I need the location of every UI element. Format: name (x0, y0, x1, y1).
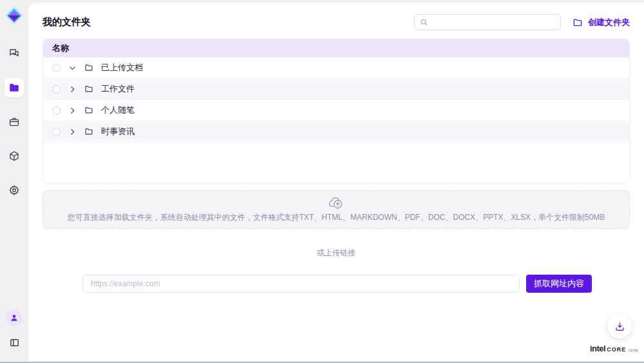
sidebar-item-chat[interactable] (5, 44, 24, 63)
chat-icon (8, 48, 20, 59)
briefcase-icon (8, 116, 20, 128)
collapse-sidebar-button[interactable] (5, 333, 24, 352)
sidebar-item-workspace[interactable] (5, 112, 24, 132)
download-fab-button[interactable] (607, 314, 632, 338)
or-upload-link-label: 或上传链接 (43, 248, 630, 259)
cube-icon (8, 150, 20, 162)
folder-name: 时事资讯 (101, 126, 135, 137)
chevron-right-icon[interactable] (68, 85, 77, 93)
gear-icon (8, 184, 20, 196)
chevron-right-icon[interactable] (68, 106, 77, 115)
main-content: 我的文件夹 创建文件夹 名称 (28, 3, 644, 361)
fetch-url-button[interactable]: 抓取网址内容 (526, 275, 592, 293)
upload-hint-text: 您可直接选择加载文件夹，系统自动处理其中的文件，文件格式支持TXT、HTML、M… (68, 212, 605, 223)
folder-row[interactable]: 个人随笔 (43, 100, 629, 121)
folder-icon (84, 106, 93, 115)
intel-core-logo: intel core ultra (590, 344, 639, 353)
create-folder-button[interactable]: 创建文件夹 (573, 17, 630, 28)
row-checkbox[interactable] (52, 85, 61, 93)
sidebar-item-settings[interactable] (5, 181, 24, 200)
download-icon (614, 321, 625, 332)
folder-filled-icon (8, 82, 20, 93)
sidebar (0, 0, 28, 361)
sidebar-item-folders[interactable] (5, 78, 24, 97)
folder-row[interactable]: 工作文件 (43, 79, 629, 100)
table-header-name: 名称 (43, 39, 629, 57)
app-logo-icon[interactable] (4, 5, 24, 26)
folder-icon (84, 127, 93, 136)
cloud-upload-icon (328, 196, 344, 210)
row-checkbox[interactable] (52, 128, 61, 136)
folder-icon (84, 63, 93, 72)
user-avatar[interactable] (6, 309, 23, 326)
panel-layout-icon (9, 337, 20, 348)
upload-dropzone[interactable]: 您可直接选择加载文件夹，系统自动处理其中的文件，文件格式支持TXT、HTML、M… (43, 190, 630, 229)
search-icon (420, 18, 428, 26)
search-input[interactable] (432, 18, 555, 27)
chevron-right-icon[interactable] (68, 128, 77, 136)
folder-outline-icon (573, 17, 583, 28)
folders-table: 名称 已上传文档 工作文件 (43, 39, 630, 184)
folder-name: 工作文件 (101, 83, 135, 95)
folder-row[interactable]: 已上传文档 (43, 57, 629, 79)
folder-name: 已上传文档 (101, 62, 143, 74)
person-icon (10, 313, 19, 322)
intel-badge: ultra (628, 348, 639, 353)
url-upload-row: 抓取网址内容 (82, 275, 592, 293)
row-checkbox[interactable] (52, 64, 61, 72)
page-header: 我的文件夹 创建文件夹 (43, 14, 630, 30)
folder-name: 个人随笔 (101, 104, 135, 116)
page-title: 我的文件夹 (43, 16, 91, 28)
sidebar-item-models[interactable] (5, 146, 24, 166)
folder-row[interactable]: 时事资讯 (43, 121, 629, 142)
folder-icon (84, 84, 93, 93)
url-input[interactable] (82, 275, 520, 293)
search-box[interactable] (414, 14, 561, 30)
row-checkbox[interactable] (52, 106, 61, 115)
chevron-down-icon[interactable] (68, 64, 77, 72)
